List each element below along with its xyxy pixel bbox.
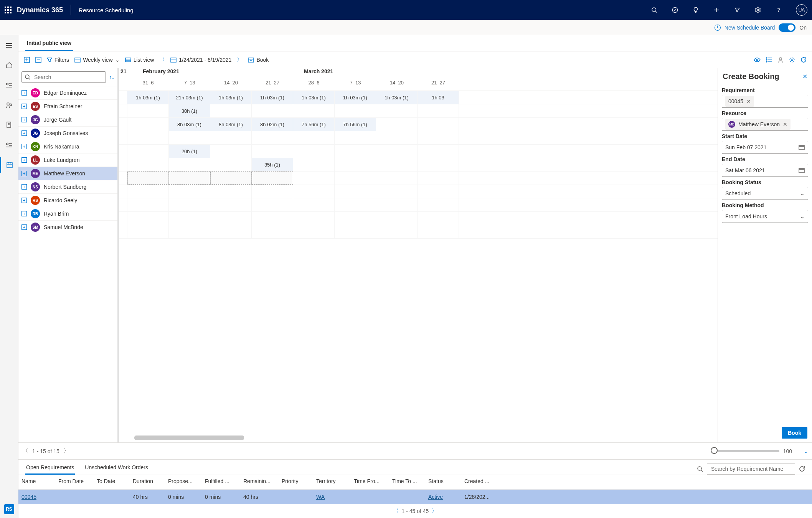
expand-icon[interactable]: + <box>21 211 27 216</box>
grid-cell[interactable] <box>169 198 210 211</box>
grid-cell[interactable] <box>169 172 210 185</box>
method-field[interactable]: Front Load Hours⌄ <box>722 210 808 223</box>
grid-cell[interactable] <box>418 104 459 117</box>
resource-row[interactable]: + ES Efrain Schreiner <box>18 100 117 113</box>
grid-cell[interactable]: 1h 03m (1) <box>293 91 335 104</box>
grid-cell[interactable] <box>376 104 418 117</box>
pager-next-icon[interactable]: 〉 <box>63 447 69 455</box>
resource-row[interactable]: + JG Jorge Gault <box>18 113 117 127</box>
nav-doc-icon[interactable] <box>0 117 18 133</box>
grid-cell[interactable]: 1h 03m (1) <box>376 91 418 104</box>
resource-row[interactable]: + ME Matthew Everson <box>18 167 117 180</box>
refresh-icon[interactable] <box>799 466 805 472</box>
grid-cell[interactable] <box>210 158 252 171</box>
grid-cell[interactable] <box>418 145 459 158</box>
grid-cell[interactable] <box>335 185 376 198</box>
grid-cell[interactable] <box>376 225 418 238</box>
expand-all-button[interactable] <box>24 57 30 63</box>
resource-row[interactable]: + LL Luke Lundgren <box>18 153 117 167</box>
grid-cell[interactable]: 8h 02m (1) <box>252 118 293 131</box>
grid-cell[interactable] <box>418 212 459 225</box>
expand-icon[interactable]: + <box>21 144 27 149</box>
view-tab-public[interactable]: Initial public view <box>25 36 73 51</box>
expand-icon[interactable]: + <box>21 184 27 190</box>
chevron-down-icon[interactable]: ⌄ <box>804 448 808 454</box>
grid-cell[interactable] <box>127 145 169 158</box>
resource-field[interactable]: MEMatthew Everson✕ <box>722 118 808 131</box>
grid-cell[interactable] <box>418 118 459 131</box>
grid-cell[interactable] <box>127 212 169 225</box>
grid-cell[interactable] <box>252 185 293 198</box>
filter-icon[interactable] <box>734 7 749 13</box>
gear-icon[interactable] <box>789 57 795 63</box>
grid-cell[interactable] <box>293 212 335 225</box>
resource-row[interactable]: + SM Samuel McBride <box>18 221 117 234</box>
grid-cell[interactable] <box>252 172 293 185</box>
grid-cell[interactable] <box>293 198 335 211</box>
nav-bottom-app-tag[interactable]: RS <box>4 504 14 514</box>
expand-icon[interactable]: + <box>21 117 27 122</box>
date-prev-button[interactable]: 〈 <box>159 56 165 63</box>
grid-cell[interactable] <box>252 212 293 225</box>
grid-cell[interactable] <box>252 198 293 211</box>
grid-cell[interactable]: 1h 03m (1) <box>335 91 376 104</box>
grid-cell[interactable]: 8h 03m (1) <box>169 118 210 131</box>
grid-cell[interactable] <box>169 158 210 171</box>
grid-cell[interactable] <box>335 131 376 144</box>
grid-cell[interactable] <box>252 131 293 144</box>
expand-icon[interactable]: + <box>21 104 27 109</box>
grid-cell[interactable] <box>210 225 252 238</box>
grid-cell[interactable] <box>169 212 210 225</box>
column-header[interactable]: Created ... <box>461 475 496 489</box>
column-header[interactable]: From Date <box>55 475 94 489</box>
grid-cell[interactable] <box>210 185 252 198</box>
grid-cell[interactable] <box>418 158 459 171</box>
nav-contact-list-icon[interactable] <box>0 137 18 153</box>
grid-cell[interactable] <box>293 104 335 117</box>
start-date-field[interactable]: Sun Feb 07 2021 <box>722 141 808 154</box>
resource-search-input[interactable] <box>21 71 106 83</box>
status-field[interactable]: Scheduled⌄ <box>722 187 808 200</box>
grid-cell[interactable] <box>127 225 169 238</box>
refresh-icon[interactable] <box>800 57 807 63</box>
row-name-link[interactable]: 00045 <box>21 494 36 500</box>
grid-cell[interactable] <box>127 131 169 144</box>
grid-cell[interactable] <box>210 145 252 158</box>
grid-cell[interactable] <box>335 198 376 211</box>
close-icon[interactable]: ✕ <box>802 73 807 80</box>
column-header[interactable]: Duration <box>130 475 165 489</box>
grid-cell[interactable]: 1h 03m (1) <box>210 91 252 104</box>
grid-cell[interactable] <box>127 118 169 131</box>
grid-cell[interactable]: 1h 03m (1) <box>127 91 169 104</box>
settings-icon[interactable] <box>754 7 770 13</box>
grid-cell[interactable] <box>252 225 293 238</box>
grid-cell[interactable] <box>169 131 210 144</box>
column-header[interactable]: Fulfilled ... <box>202 475 240 489</box>
column-header[interactable]: To Date <box>94 475 130 489</box>
grid-cell[interactable] <box>335 104 376 117</box>
grid-cell[interactable] <box>127 185 169 198</box>
column-header[interactable]: Time Fro... <box>351 475 389 489</box>
grid-cell[interactable] <box>293 172 335 185</box>
expand-icon[interactable]: + <box>21 130 27 136</box>
add-icon[interactable] <box>713 7 728 13</box>
btm-pager-next-icon[interactable]: 〉 <box>432 508 437 515</box>
date-next-button[interactable]: 〉 <box>237 56 243 63</box>
requirement-search-input[interactable]: Search by Requirement Name <box>707 463 795 475</box>
horizontal-scrollbar[interactable] <box>134 436 244 440</box>
grid-cell[interactable] <box>169 225 210 238</box>
grid-cell[interactable] <box>418 198 459 211</box>
grid-cell[interactable] <box>210 131 252 144</box>
grid-cell[interactable] <box>376 158 418 171</box>
end-date-field[interactable]: Sat Mar 06 2021 <box>722 164 808 177</box>
grid-cell[interactable] <box>127 172 169 185</box>
grid-cell[interactable] <box>418 225 459 238</box>
grid-cell[interactable] <box>418 131 459 144</box>
grid-cell[interactable]: 7h 56m (1) <box>293 118 335 131</box>
resource-row[interactable]: + NS Norbert Sandberg <box>18 180 117 194</box>
clear-resource-icon[interactable]: ✕ <box>783 121 787 127</box>
date-range-picker[interactable]: 1/24/2021 - 6/19/2021 <box>170 57 231 63</box>
nav-home-icon[interactable] <box>0 58 18 73</box>
grid-cell[interactable]: 7h 56m (1) <box>335 118 376 131</box>
grid-cell[interactable] <box>376 172 418 185</box>
